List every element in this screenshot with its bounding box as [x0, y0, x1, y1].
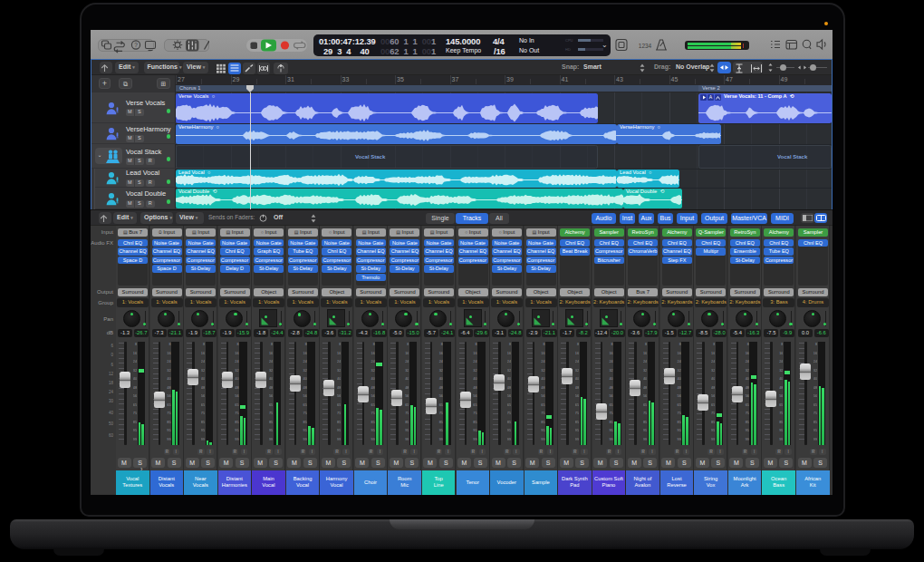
svg-text:1234: 1234	[639, 43, 652, 49]
svg-text:?: ?	[134, 42, 138, 48]
